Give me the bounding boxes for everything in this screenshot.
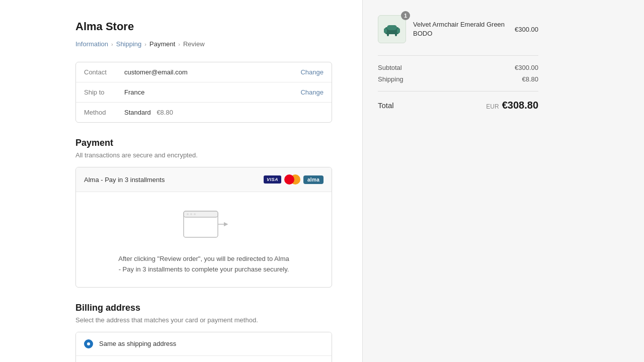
- cart-item-price: €300.00: [515, 26, 538, 33]
- svg-rect-8: [395, 32, 397, 36]
- cart-item-name: Velvet Armchair Emerald Green BODO: [413, 20, 508, 38]
- svg-rect-7: [387, 32, 389, 36]
- payment-redirect-area: After clicking "Review order", you will …: [76, 192, 332, 287]
- breadcrumb-payment: Payment: [149, 40, 175, 48]
- method-row: Method Standard €8.80: [76, 103, 332, 122]
- breadcrumb-chevron-3: ›: [178, 41, 180, 47]
- contact-label: Contact: [84, 68, 124, 76]
- redirect-text: After clicking "Review order", you will …: [118, 254, 289, 275]
- svg-rect-1: [184, 211, 218, 217]
- summary-divider-2: [378, 91, 538, 92]
- cart-item-image: [378, 15, 406, 43]
- mastercard-icon: [284, 174, 300, 185]
- breadcrumb-information[interactable]: Information: [75, 40, 108, 48]
- contact-row: Contact customer@email.com Change: [76, 62, 332, 82]
- svg-rect-10: [397, 28, 400, 33]
- store-title: Alma Store: [75, 20, 332, 33]
- subtotal-value: €300.00: [515, 64, 538, 71]
- redirect-illustration: [174, 207, 234, 244]
- contact-value: customer@email.com: [124, 68, 300, 76]
- svg-point-3: [190, 213, 192, 215]
- total-price-wrap: EUR €308.80: [486, 100, 538, 111]
- billing-option-different[interactable]: Use a different billing address: [76, 356, 332, 362]
- total-row: Total EUR €308.80: [378, 100, 538, 111]
- billing-section: Billing address Select the address that …: [75, 303, 332, 362]
- svg-rect-11: [387, 25, 397, 30]
- svg-rect-9: [384, 28, 387, 33]
- payment-option-header: Alma - Pay in 3 installments VISA alma: [76, 167, 332, 192]
- ship-to-label: Ship to: [84, 88, 124, 96]
- shipping-row: Shipping €8.80: [378, 75, 538, 83]
- shipping-label: Shipping: [378, 75, 404, 83]
- breadcrumb-chevron-1: ›: [111, 41, 113, 47]
- breadcrumb-shipping[interactable]: Shipping: [116, 40, 142, 48]
- ship-to-row: Ship to France Change: [76, 82, 332, 103]
- billing-option-same[interactable]: Same as shipping address: [76, 332, 332, 356]
- order-info-card: Contact customer@email.com Change Ship t…: [75, 62, 332, 123]
- shipping-value: €8.80: [522, 75, 538, 83]
- billing-option-same-label: Same as shipping address: [99, 340, 176, 347]
- ship-to-value: France: [124, 88, 300, 96]
- payment-option-label: Alma - Pay in 3 installments: [84, 176, 165, 184]
- billing-radio-same: [84, 339, 93, 348]
- contact-change-link[interactable]: Change: [300, 68, 324, 76]
- total-price: €308.80: [502, 100, 538, 111]
- total-label: Total: [378, 101, 394, 110]
- payment-option-card: Alma - Pay in 3 installments VISA alma: [75, 167, 332, 288]
- ship-to-change-link[interactable]: Change: [300, 88, 324, 96]
- visa-icon: VISA: [264, 175, 281, 184]
- breadcrumb-review: Review: [183, 40, 205, 48]
- order-summary-panel: 1 Velvet Armchair Emerald Green BODO €30…: [362, 0, 553, 362]
- summary-divider-1: [378, 55, 538, 56]
- alma-badge: alma: [303, 175, 324, 184]
- payment-icons: VISA alma: [264, 174, 324, 185]
- method-value: Standard €8.80: [124, 109, 324, 116]
- payment-subtitle: All transactions are secure and encrypte…: [75, 151, 332, 159]
- svg-point-2: [187, 213, 189, 215]
- payment-section-title: Payment: [75, 138, 332, 148]
- svg-point-4: [194, 213, 196, 215]
- method-label: Method: [84, 109, 124, 116]
- subtotal-row: Subtotal €300.00: [378, 64, 538, 71]
- billing-title: Billing address: [75, 303, 332, 313]
- cart-item: 1 Velvet Armchair Emerald Green BODO €30…: [378, 15, 538, 43]
- billing-options: Same as shipping address Use a different…: [75, 332, 332, 362]
- breadcrumb: Information › Shipping › Payment › Revie…: [75, 40, 332, 48]
- cart-item-badge: 1: [401, 11, 410, 20]
- billing-subtitle: Select the address that matches your car…: [75, 316, 332, 324]
- subtotal-label: Subtotal: [378, 64, 402, 71]
- breadcrumb-chevron-2: ›: [144, 41, 146, 47]
- cart-item-image-wrap: 1: [378, 15, 406, 43]
- total-currency: EUR: [486, 103, 499, 110]
